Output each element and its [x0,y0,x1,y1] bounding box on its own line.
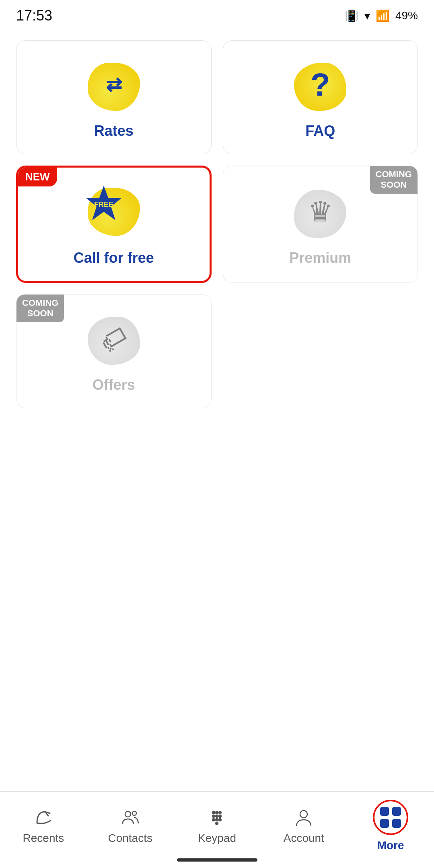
rates-label: Rates [94,123,134,139]
vibrate-icon: 📳 [345,9,359,23]
svg-point-12 [212,819,215,821]
svg-point-14 [219,819,221,821]
svg-point-15 [216,822,218,825]
account-icon [293,807,314,828]
svg-point-9 [212,815,215,817]
nav-item-recents[interactable]: Recents [0,807,87,845]
svg-point-11 [219,815,221,817]
keypad-label: Keypad [198,832,236,845]
more-grid-icon [377,804,404,831]
account-label: Account [284,832,324,845]
coming-soon-badge-offers: COMINGSOON [16,295,64,322]
svg-text:FREE: FREE [94,201,113,209]
offers-icon: 🏷 [82,311,146,367]
keypad-icon [206,807,227,828]
main-content: ⇄ Rates ? FAQ NEW [0,28,434,408]
bottom-nav: Recents Contacts Keypad [0,791,434,868]
svg-point-6 [212,811,215,814]
call-for-free-label: Call for free [74,250,154,266]
faq-card[interactable]: ? FAQ [223,40,418,154]
more-icon-wrap [373,800,408,835]
recents-label: Recents [23,832,64,845]
status-icons: 📳 ▾ 📶 49% [345,9,418,23]
recents-icon [33,807,54,828]
status-bar: 17:53 📳 ▾ 📶 49% [0,0,434,28]
premium-icon: ♛ [288,184,352,240]
cards-grid: ⇄ Rates ? FAQ NEW [16,40,418,283]
call-for-free-icon: FREE [82,184,146,240]
offers-card[interactable]: COMINGSOON 🏷 Offers [16,294,212,408]
faq-icon: ? [288,57,352,113]
home-indicator [177,858,257,862]
nav-item-account[interactable]: Account [260,807,347,845]
nav-item-keypad[interactable]: Keypad [174,807,261,845]
svg-point-8 [219,811,221,814]
svg-point-5 [132,811,136,815]
battery-icon: 49% [395,9,418,22]
signal-icon: 📶 [376,9,390,23]
contacts-label: Contacts [108,832,152,845]
nav-item-contacts[interactable]: Contacts [87,807,174,845]
svg-point-10 [216,815,218,817]
svg-point-4 [125,811,131,817]
rates-card[interactable]: ⇄ Rates [16,40,212,154]
nav-item-more[interactable]: More [347,800,434,852]
premium-card[interactable]: COMINGSOON ♛ Premium [223,166,418,283]
rates-icon: ⇄ [82,57,146,113]
faq-label: FAQ [305,123,335,139]
offers-label: Offers [93,377,135,393]
contacts-icon [120,807,141,828]
wifi-icon: ▾ [364,9,370,23]
svg-point-7 [216,811,218,814]
coming-soon-badge-premium: COMINGSOON [370,166,418,194]
premium-label: Premium [289,250,351,266]
svg-point-16 [300,811,307,818]
svg-point-13 [216,819,218,821]
status-time: 17:53 [16,7,52,24]
new-badge: NEW [18,168,57,186]
call-for-free-card[interactable]: NEW FREE Call for free [16,166,212,283]
more-label: More [377,839,404,852]
